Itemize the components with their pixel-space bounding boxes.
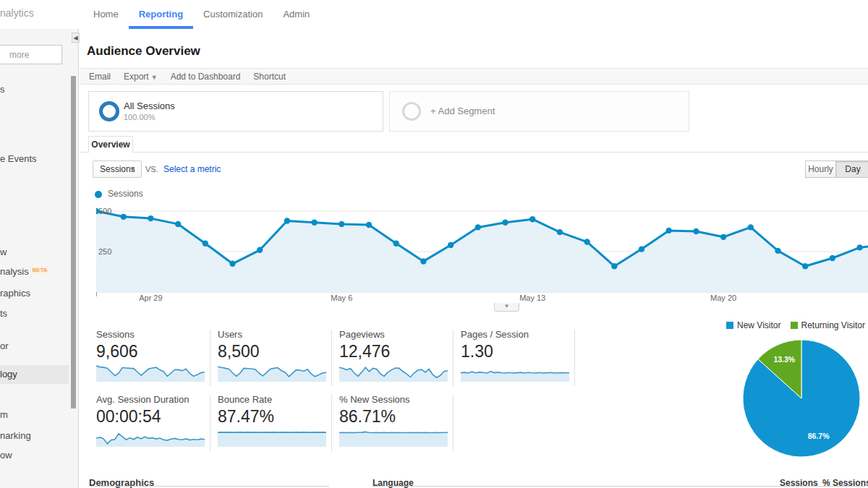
report-toolbar: EmailExport▼Add to DashboardShortcut [80, 68, 868, 85]
legend-label: New Visitor [737, 320, 780, 330]
card-divider [453, 330, 454, 386]
x-axis-tick-label: May 20 [705, 294, 741, 302]
metric-card-label: % New Sessions [339, 394, 455, 405]
metric-card-value: 86.71% [339, 407, 455, 427]
sidebar-item[interactable]: narking [0, 430, 31, 442]
pie-legend-item: New Visitor [726, 320, 780, 330]
segment-donut-icon [99, 101, 119, 121]
tab-overview[interactable]: Overview [88, 136, 133, 153]
table-header-rule [89, 486, 329, 487]
sidebar-item-label: w [0, 247, 7, 257]
top-navigation: nalytics HomeReportingCustomizationAdmin [0, 0, 868, 29]
sidebar-item[interactable]: logy [0, 365, 69, 384]
nav-item-admin[interactable]: Admin [273, 0, 320, 29]
nav-item-customization[interactable]: Customization [193, 0, 273, 29]
sidebar-item[interactable]: raphics [0, 288, 30, 299]
metric-card-sessions[interactable]: Sessions9,606 [96, 329, 212, 382]
add-segment-button[interactable]: + Add Segment [389, 91, 689, 132]
metric-card-value: 87.47% [218, 407, 333, 427]
nav-item-home[interactable]: Home [83, 0, 129, 29]
timeline-collapse-handle[interactable]: ▼ [494, 303, 519, 312]
sidebar-item[interactable]: w [0, 247, 7, 258]
visitor-type-pie-chart: 86.7%13.3% [742, 339, 861, 458]
sidebar-scrollbar[interactable] [71, 76, 76, 408]
segment-all-sessions[interactable]: All Sessions 100.00% [88, 91, 383, 132]
card-divider [210, 395, 210, 451]
sidebar-item-label: raphics [0, 288, 30, 299]
sidebar-search-placeholder: more [9, 50, 29, 60]
pie-legend: New VisitorReturning Visitor [726, 320, 865, 330]
metric-sparkline [96, 429, 205, 448]
sidebar-item-label: logy [0, 369, 17, 380]
sidebar-search-input[interactable]: more [0, 45, 62, 64]
nav-item-reporting[interactable]: Reporting [129, 0, 193, 29]
metric-card-label: Users [218, 329, 333, 340]
select-metric-link[interactable]: Select a metric [163, 164, 221, 174]
sidebar-item-label: ts [0, 308, 7, 319]
metric-card-bounce-rate[interactable]: Bounce Rate87.47% [218, 394, 333, 448]
metric-card-pages-session[interactable]: Pages / Session1.30 [461, 329, 576, 382]
metric-dropdown[interactable]: Sessions ▼ [93, 160, 142, 178]
segment-label: All Sessions [124, 100, 175, 111]
analytics-logo: nalytics [0, 7, 34, 19]
metric-card--new-sessions[interactable]: % New Sessions86.71% [339, 394, 455, 448]
sidebar: more ◀ se EventswnalysisBETAraphicstsorl… [0, 29, 79, 488]
metric-card-users[interactable]: Users8,500 [218, 329, 333, 382]
ga-audience-overview-screen: nalytics HomeReportingCustomizationAdmin… [0, 0, 868, 488]
sidebar-item[interactable]: nalysisBETA [0, 266, 48, 278]
granularity-hourly-button[interactable]: Hourly [805, 160, 835, 178]
metric-card-label: Pageviews [339, 329, 455, 340]
metric-sparkline [339, 429, 448, 448]
sidebar-item[interactable]: e Events [0, 153, 37, 165]
chevron-down-icon: ▼ [151, 74, 158, 81]
metric-card-value: 12,476 [339, 342, 455, 361]
series-dot-icon [95, 191, 102, 198]
toolbar-add-to-dashboard-button[interactable]: Add to Dashboard [171, 72, 241, 82]
metric-sparkline [218, 364, 326, 382]
toolbar-export-button[interactable]: Export▼ [124, 72, 158, 82]
metric-card-value: 1.30 [461, 342, 576, 361]
y-axis-tick-label: 500 [98, 207, 111, 215]
metric-card-label: Bounce Rate [218, 394, 333, 405]
metric-card-pageviews[interactable]: Pageviews12,476 [339, 329, 455, 382]
card-divider [574, 330, 575, 386]
metric-card-label: Avg. Session Duration [96, 394, 212, 405]
toolbar-email-button[interactable]: Email [89, 72, 111, 82]
table-header-rule [373, 486, 866, 487]
sidebar-item[interactable]: ow [0, 450, 12, 461]
pie-slice-label: 13.3% [773, 355, 795, 364]
metric-card-value: 00:00:54 [96, 407, 212, 427]
axis-tick [96, 292, 97, 296]
series-legend-label: Sessions [108, 189, 143, 199]
topnav-items: HomeReportingCustomizationAdmin [83, 0, 320, 29]
page-title: Audience Overview [87, 44, 200, 59]
metric-card-avg-session-duration[interactable]: Avg. Session Duration00:00:54 [96, 394, 212, 448]
metric-sparkline [96, 364, 205, 382]
x-axis-tick-label: May 6 [323, 294, 359, 302]
add-segment-circle-icon [402, 102, 421, 121]
segment-percent: 100.00% [124, 113, 155, 121]
legend-swatch-icon [791, 322, 798, 329]
sidebar-item[interactable]: or [0, 341, 9, 352]
metric-card-label: Sessions [96, 329, 212, 340]
metric-card-value: 9,606 [96, 342, 212, 361]
x-axis-tick-label: Apr 29 [132, 294, 169, 302]
sidebar-item[interactable]: ts [0, 308, 7, 320]
sidebar-item-label: s [0, 84, 5, 95]
granularity-day-button[interactable]: Day [835, 160, 868, 178]
card-divider [453, 395, 454, 451]
sidebar-item[interactable]: s [0, 84, 5, 95]
sidebar-item-label: narking [0, 430, 31, 441]
add-segment-label: + Add Segment [430, 106, 495, 116]
sidebar-item[interactable]: m [0, 409, 8, 421]
pie-legend-item: Returning Visitor [791, 320, 866, 330]
legend-label: Returning Visitor [801, 320, 866, 330]
vs-label: VS. [145, 165, 158, 174]
pie-slice-label: 86.7% [808, 432, 830, 440]
y-axis-tick-label: 250 [98, 247, 111, 256]
chevron-down-icon: ▼ [129, 161, 136, 177]
sidebar-collapse-icon[interactable]: ◀ [72, 33, 80, 43]
legend-swatch-icon [726, 322, 733, 329]
x-axis-tick-label: May 13 [514, 294, 550, 302]
toolbar-shortcut-button[interactable]: Shortcut [253, 72, 286, 82]
